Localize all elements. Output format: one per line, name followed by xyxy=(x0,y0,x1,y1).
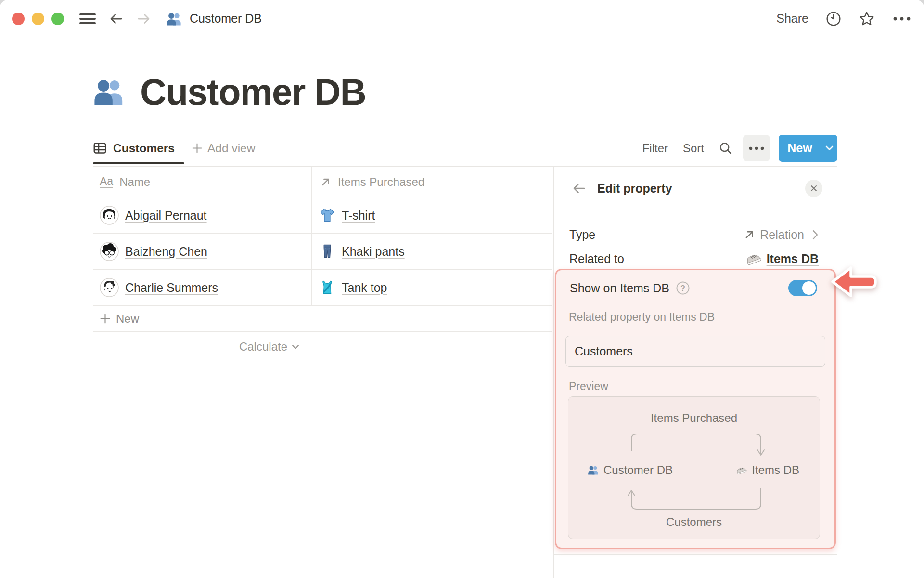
table-row: Charlie Summers Tank top xyxy=(93,270,552,306)
close-icon xyxy=(809,184,819,193)
jeans-icon xyxy=(319,243,335,260)
sidebar-menu-icon[interactable] xyxy=(79,13,96,24)
window-titlebar: Customer DB Share xyxy=(0,0,924,37)
app-window: Customer DB Share Customer DB Customers xyxy=(0,0,924,578)
type-value[interactable]: Relation xyxy=(743,228,819,242)
preview-label: Preview xyxy=(569,380,608,393)
preview-top-property: Items Purchased xyxy=(568,411,820,425)
panel-back-icon[interactable] xyxy=(571,181,587,196)
busts-in-silhouette-icon xyxy=(588,464,599,476)
new-button-label: New xyxy=(779,135,821,162)
chevron-down-icon xyxy=(292,344,299,350)
traffic-lights xyxy=(12,13,64,25)
calculate-label: Calculate xyxy=(239,340,287,354)
text-type-icon: Aa xyxy=(100,175,113,188)
type-value-label: Relation xyxy=(760,228,804,242)
customer-name-link[interactable]: Charlie Summers xyxy=(125,281,218,295)
busts-in-silhouette-icon xyxy=(93,75,126,108)
minimize-window-button[interactable] xyxy=(32,13,44,25)
preview-bottom-property: Customers xyxy=(568,515,820,529)
show-on-items-db-row: Show on Items DB ? xyxy=(570,280,817,296)
customer-name-link[interactable]: Abigail Pernaut xyxy=(125,209,207,223)
add-view-button[interactable]: Add view xyxy=(192,142,255,155)
more-options-icon[interactable] xyxy=(892,16,911,22)
tab-customers-view[interactable]: Customers xyxy=(93,130,184,166)
view-toolbar: Customers Add view Filter Sort New xyxy=(93,130,837,167)
related-to-value[interactable]: Items DB xyxy=(744,250,819,268)
item-link[interactable]: Tank top xyxy=(342,281,387,295)
tshirt-icon xyxy=(319,207,335,223)
help-question-icon[interactable]: ? xyxy=(676,281,690,295)
name-cell[interactable]: Baizheng Chen xyxy=(93,234,312,269)
tank-top-icon xyxy=(319,279,335,296)
customer-name-link[interactable]: Baizheng Chen xyxy=(125,245,207,259)
updates-clock-icon[interactable] xyxy=(826,11,841,26)
red-callout-arrow xyxy=(829,263,882,301)
page-header: Customer DB xyxy=(93,67,366,116)
page-title: Customer DB xyxy=(140,71,366,113)
preview-left-label: Customer DB xyxy=(603,463,673,477)
sneaker-icon xyxy=(735,464,747,476)
customers-table: Aa Name Items Purchased Abigail Pernaut xyxy=(93,167,552,362)
edit-property-panel: Edit property Type Relation Related to xyxy=(553,167,837,578)
relation-preview-diagram: Items Purchased Customer DB xyxy=(568,396,820,539)
avatar xyxy=(100,242,119,261)
type-label: Type xyxy=(569,228,595,242)
svg-text:?: ? xyxy=(680,284,685,292)
preview-items-db-node: Items DB xyxy=(735,463,799,477)
column-label: Name xyxy=(119,175,150,189)
column-label: Items Purchased xyxy=(338,175,424,189)
related-property-input[interactable] xyxy=(565,336,825,367)
favorite-star-icon[interactable] xyxy=(859,11,875,27)
calculate-button[interactable]: Calculate xyxy=(93,332,312,362)
items-cell[interactable]: Khaki pants xyxy=(312,234,552,269)
breadcrumb-title: Customer DB xyxy=(190,12,262,26)
relation-arrow-icon xyxy=(743,228,756,241)
plus-icon xyxy=(100,313,111,324)
items-cell[interactable]: T-shirt xyxy=(312,197,552,233)
avatar xyxy=(100,278,119,297)
breadcrumb[interactable]: Customer DB xyxy=(166,11,262,27)
item-link[interactable]: T-shirt xyxy=(342,209,375,223)
property-type-row[interactable]: Type Relation xyxy=(569,223,819,246)
plus-icon xyxy=(192,143,203,154)
panel-title: Edit property xyxy=(597,182,672,196)
table-row: Abigail Pernaut T-shirt xyxy=(93,197,552,234)
name-cell[interactable]: Abigail Pernaut xyxy=(93,197,312,233)
busts-in-silhouette-icon xyxy=(166,11,182,27)
sneaker-icon xyxy=(744,250,762,268)
avatar xyxy=(100,206,119,225)
item-link[interactable]: Khaki pants xyxy=(342,245,405,259)
column-header-items-purchased[interactable]: Items Purchased xyxy=(312,167,552,197)
close-window-button[interactable] xyxy=(12,13,25,25)
chevron-down-icon[interactable] xyxy=(821,135,837,162)
items-cell[interactable]: Tank top xyxy=(312,270,552,305)
table-row: Baizheng Chen Khaki pants xyxy=(93,234,552,270)
back-arrow-icon[interactable] xyxy=(108,12,124,26)
table-header-row: Aa Name Items Purchased xyxy=(93,167,552,197)
sort-button[interactable]: Sort xyxy=(683,142,704,155)
forward-arrow-icon[interactable] xyxy=(136,12,152,26)
ellipsis-icon xyxy=(748,146,765,151)
preview-right-label: Items DB xyxy=(752,463,799,477)
panel-divider xyxy=(554,554,837,555)
show-on-items-db-label: Show on Items DB xyxy=(570,281,669,295)
add-view-label: Add view xyxy=(207,142,255,155)
show-on-db-highlight-section: Show on Items DB ? Related property on I… xyxy=(555,269,836,549)
filter-button[interactable]: Filter xyxy=(642,142,668,155)
column-header-name[interactable]: Aa Name xyxy=(93,167,312,197)
share-button[interactable]: Share xyxy=(776,12,808,26)
panel-close-button[interactable] xyxy=(805,180,822,197)
search-icon[interactable] xyxy=(719,141,732,155)
chevron-right-icon xyxy=(812,230,819,240)
tab-label: Customers xyxy=(113,142,175,155)
name-cell[interactable]: Charlie Summers xyxy=(93,270,312,305)
zoom-window-button[interactable] xyxy=(51,13,64,25)
related-db-link[interactable]: Items DB xyxy=(767,252,819,266)
show-on-items-db-toggle[interactable] xyxy=(788,280,817,296)
new-record-button[interactable]: New xyxy=(779,135,837,162)
new-row-button[interactable]: New xyxy=(93,306,552,332)
related-property-label: Related property on Items DB xyxy=(569,311,715,324)
related-to-row[interactable]: Related to Items DB xyxy=(569,248,819,270)
view-options-button[interactable] xyxy=(743,135,770,161)
